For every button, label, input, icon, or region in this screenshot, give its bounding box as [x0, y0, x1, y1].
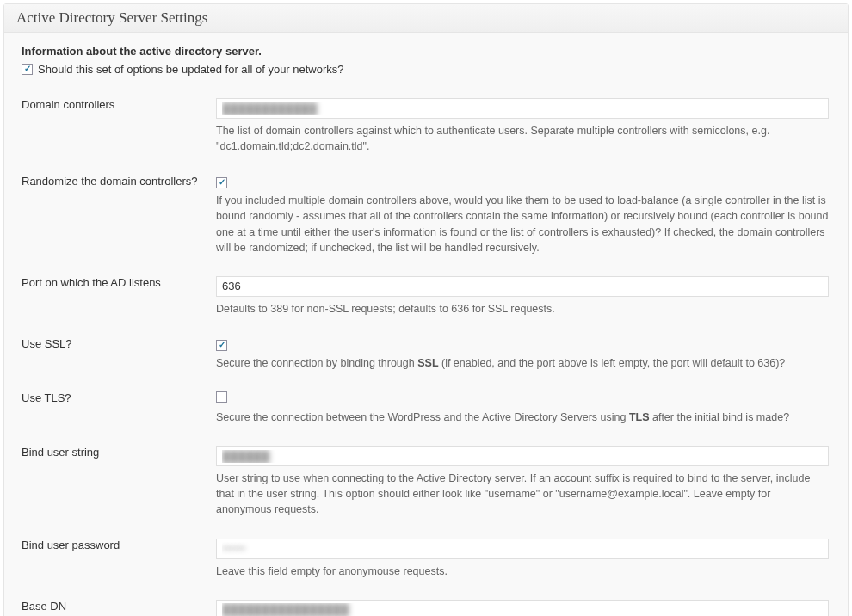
- field-label: Bind user string: [22, 437, 216, 529]
- panel-body: Information about the active directory s…: [4, 33, 848, 616]
- panel-title: Active Directory Server Settings: [4, 4, 848, 33]
- port-input[interactable]: [216, 276, 829, 297]
- bind-password-input[interactable]: [216, 539, 829, 559]
- field-base-dn: Base DN The distinguished name string us…: [22, 591, 830, 616]
- field-label: Bind user password: [22, 530, 216, 591]
- field-description: If you included multiple domain controll…: [216, 193, 829, 256]
- domain-controllers-input[interactable]: [216, 98, 829, 119]
- field-bind-user: Bind user string User string to use when…: [22, 437, 830, 529]
- update-all-checkbox[interactable]: [22, 64, 33, 75]
- field-port: Port on which the AD listens Defaults to…: [22, 268, 830, 329]
- base-dn-input[interactable]: [216, 600, 829, 616]
- settings-form: Domain controllers The list of domain co…: [22, 89, 830, 616]
- randomize-checkbox[interactable]: [216, 177, 227, 188]
- field-label: Randomize the domain controllers?: [22, 166, 216, 268]
- update-all-label: Should this set of options be updated fo…: [38, 63, 344, 76]
- update-all-row[interactable]: Should this set of options be updated fo…: [22, 63, 830, 76]
- bind-user-input[interactable]: [216, 446, 829, 466]
- field-randomize: Randomize the domain controllers? If you…: [22, 166, 830, 268]
- field-label: Domain controllers: [22, 89, 216, 166]
- field-description: Defaults to 389 for non-SSL requests; de…: [216, 301, 829, 317]
- field-label: Use SSL?: [22, 329, 216, 383]
- settings-panel: Active Directory Server Settings Informa…: [3, 3, 849, 616]
- field-use-ssl: Use SSL? Secure the connection by bindin…: [22, 329, 830, 383]
- use-ssl-checkbox[interactable]: [216, 340, 227, 351]
- field-use-tls: Use TLS? Secure the connection between t…: [22, 383, 830, 437]
- field-description: The list of domain controllers against w…: [216, 123, 829, 154]
- field-domain-controllers: Domain controllers The list of domain co…: [22, 89, 830, 166]
- field-description: Secure the connection between the WordPr…: [216, 410, 829, 425]
- field-label: Base DN: [22, 591, 216, 616]
- field-bind-password: Bind user password Leave this field empt…: [22, 530, 830, 591]
- field-description: User string to use when connecting to th…: [216, 471, 829, 517]
- field-description: Leave this field empty for anonymouse re…: [216, 564, 829, 579]
- info-block: Information about the active directory s…: [22, 45, 830, 76]
- info-heading: Information about the active directory s…: [22, 45, 830, 58]
- use-tls-checkbox[interactable]: [216, 391, 227, 403]
- field-description: Secure the connection by binding through…: [216, 355, 829, 371]
- field-label: Port on which the AD listens: [22, 268, 216, 329]
- field-label: Use TLS?: [22, 383, 216, 437]
